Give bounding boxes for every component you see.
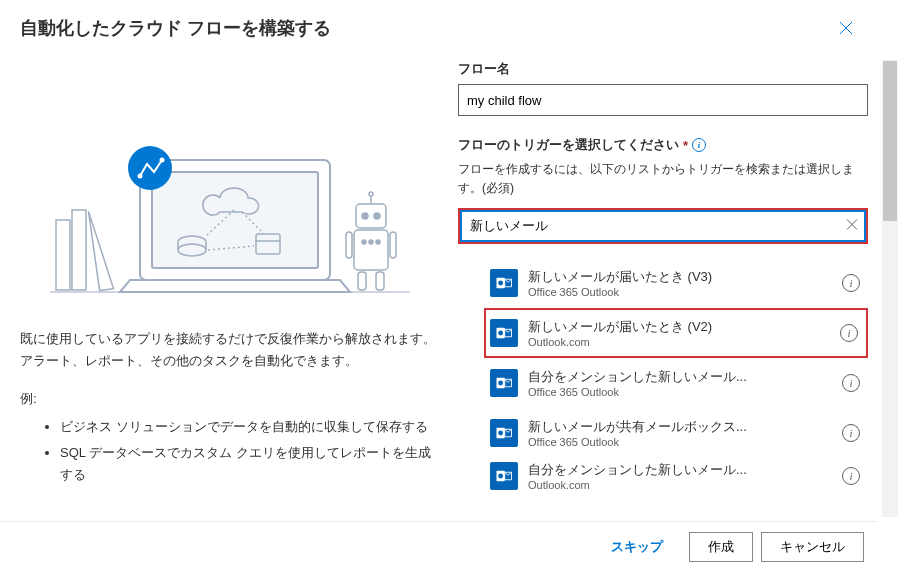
trigger-connector: Office 365 Outlook bbox=[528, 386, 834, 398]
trigger-search-wrap bbox=[458, 208, 868, 244]
trigger-item[interactable]: 自分をメンションした新しいメール... Outlook.com i bbox=[490, 458, 868, 494]
close-icon bbox=[846, 219, 858, 231]
dialog-header: 自動化したクラウド フローを構築する bbox=[0, 0, 878, 48]
svg-point-16 bbox=[362, 240, 366, 244]
close-icon bbox=[839, 21, 853, 35]
required-asterisk: * bbox=[683, 138, 688, 153]
svg-rect-22 bbox=[376, 272, 384, 290]
svg-point-27 bbox=[498, 331, 503, 336]
svg-point-25 bbox=[498, 281, 503, 286]
svg-rect-21 bbox=[358, 272, 366, 290]
svg-point-14 bbox=[369, 192, 373, 196]
trigger-text: 新しいメールが届いたとき (V3) Office 365 Outlook bbox=[528, 268, 834, 298]
dialog-body: 既に使用しているアプリを接続するだけで反復作業から解放されます。アラート、レポー… bbox=[0, 48, 878, 521]
trigger-label-text: フローのトリガーを選択してください bbox=[458, 136, 679, 154]
trigger-text: 新しいメールが共有メールボックス... Office 365 Outlook bbox=[528, 418, 834, 448]
info-icon[interactable]: i bbox=[842, 274, 860, 292]
clear-search-button[interactable] bbox=[846, 219, 858, 234]
example-item: ビジネス ソリューションでデータを自動的に収集して保存する bbox=[60, 416, 438, 438]
svg-point-9 bbox=[160, 158, 165, 163]
trigger-text: 新しいメールが届いたとき (V2) Outlook.com bbox=[528, 318, 832, 348]
trigger-item[interactable]: 新しいメールが届いたとき (V3) Office 365 Outlook i bbox=[490, 258, 868, 308]
svg-rect-0 bbox=[56, 220, 70, 290]
svg-rect-10 bbox=[356, 204, 386, 228]
trigger-title: 新しいメールが届いたとき (V3) bbox=[528, 268, 834, 286]
trigger-list: 新しいメールが届いたとき (V3) Office 365 Outlook i 新… bbox=[458, 258, 868, 494]
outlook-icon bbox=[490, 319, 518, 347]
scrollbar[interactable] bbox=[882, 60, 898, 517]
svg-point-8 bbox=[138, 174, 143, 179]
svg-point-33 bbox=[498, 474, 503, 479]
svg-rect-1 bbox=[72, 210, 86, 290]
trigger-title: 自分をメンションした新しいメール... bbox=[528, 461, 834, 479]
right-pane: フロー名 フローのトリガーを選択してください * i フローを作成するには、以下… bbox=[458, 48, 878, 521]
trigger-title: 新しいメールが共有メールボックス... bbox=[528, 418, 834, 436]
create-button[interactable]: 作成 bbox=[689, 532, 753, 562]
scrollbar-thumb[interactable] bbox=[883, 61, 897, 221]
illustration bbox=[20, 60, 438, 300]
trigger-title: 新しいメールが届いたとき (V2) bbox=[528, 318, 832, 336]
description-text: 既に使用しているアプリを接続するだけで反復作業から解放されます。アラート、レポー… bbox=[20, 328, 438, 372]
left-pane: 既に使用しているアプリを接続するだけで反復作業から解放されます。アラート、レポー… bbox=[0, 48, 458, 521]
info-icon[interactable]: i bbox=[842, 424, 860, 442]
svg-point-12 bbox=[374, 213, 380, 219]
svg-point-31 bbox=[498, 431, 503, 436]
trigger-item[interactable]: 自分をメンションした新しいメール... Office 365 Outlook i bbox=[490, 358, 868, 408]
trigger-item[interactable]: 新しいメールが共有メールボックス... Office 365 Outlook i bbox=[490, 408, 868, 458]
trigger-section-label: フローのトリガーを選択してください * i bbox=[458, 136, 868, 154]
svg-point-17 bbox=[369, 240, 373, 244]
outlook-icon bbox=[490, 419, 518, 447]
trigger-connector: Office 365 Outlook bbox=[528, 436, 834, 448]
flow-name-label: フロー名 bbox=[458, 60, 868, 78]
svg-rect-20 bbox=[390, 232, 396, 258]
svg-point-29 bbox=[498, 381, 503, 386]
outlook-icon bbox=[490, 462, 518, 490]
outlook-icon bbox=[490, 369, 518, 397]
trigger-search-input[interactable] bbox=[460, 210, 866, 242]
info-icon[interactable]: i bbox=[842, 374, 860, 392]
svg-rect-3 bbox=[152, 172, 318, 268]
svg-point-11 bbox=[362, 213, 368, 219]
trigger-help-text: フローを作成するには、以下のリストからトリガーを検索または選択します。(必須) bbox=[458, 160, 868, 198]
svg-rect-19 bbox=[346, 232, 352, 258]
trigger-text: 自分をメンションした新しいメール... Outlook.com bbox=[528, 461, 834, 491]
cancel-button[interactable]: キャンセル bbox=[761, 532, 864, 562]
examples-list: ビジネス ソリューションでデータを自動的に収集して保存する SQL データベース… bbox=[20, 416, 438, 486]
trigger-item[interactable]: 新しいメールが届いたとき (V2) Outlook.com i bbox=[484, 308, 868, 358]
info-icon[interactable]: i bbox=[840, 324, 858, 342]
dialog-footer: スキップ 作成 キャンセル bbox=[0, 521, 878, 571]
dialog: 自動化したクラウド フローを構築する bbox=[0, 0, 878, 571]
close-button[interactable] bbox=[834, 16, 858, 40]
example-item: SQL データベースでカスタム クエリを使用してレポートを生成する bbox=[60, 442, 438, 486]
trigger-title: 自分をメンションした新しいメール... bbox=[528, 368, 834, 386]
svg-point-18 bbox=[376, 240, 380, 244]
trigger-connector: Outlook.com bbox=[528, 479, 834, 491]
info-icon[interactable]: i bbox=[842, 467, 860, 485]
trigger-connector: Office 365 Outlook bbox=[528, 286, 834, 298]
skip-button[interactable]: スキップ bbox=[593, 532, 681, 562]
svg-rect-15 bbox=[354, 230, 388, 270]
info-icon[interactable]: i bbox=[692, 138, 706, 152]
trigger-connector: Outlook.com bbox=[528, 336, 832, 348]
trigger-text: 自分をメンションした新しいメール... Office 365 Outlook bbox=[528, 368, 834, 398]
examples-label: 例: bbox=[20, 390, 438, 408]
outlook-icon bbox=[490, 269, 518, 297]
flow-name-input[interactable] bbox=[458, 84, 868, 116]
dialog-title: 自動化したクラウド フローを構築する bbox=[20, 16, 331, 40]
